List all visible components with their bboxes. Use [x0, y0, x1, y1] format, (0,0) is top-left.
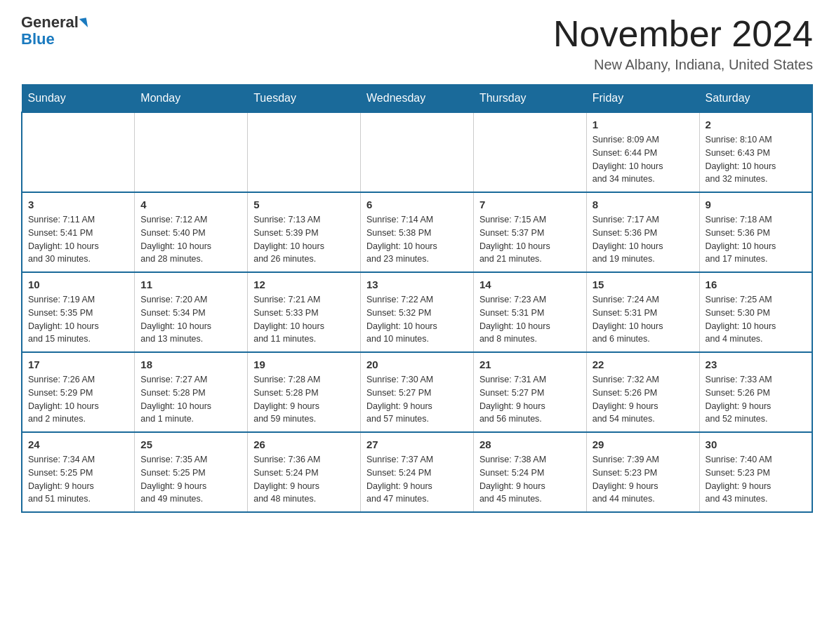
table-row: 13Sunrise: 7:22 AM Sunset: 5:32 PM Dayli… — [361, 272, 474, 352]
day-number: 1 — [593, 119, 694, 130]
day-info: Sunrise: 7:39 AM Sunset: 5:23 PM Dayligh… — [593, 453, 694, 506]
logo-text: General Blue — [21, 14, 87, 48]
day-info: Sunrise: 7:28 AM Sunset: 5:28 PM Dayligh… — [253, 373, 355, 426]
table-row — [22, 112, 135, 192]
table-row — [135, 112, 248, 192]
table-row: 17Sunrise: 7:26 AM Sunset: 5:29 PM Dayli… — [22, 352, 135, 432]
table-row: 25Sunrise: 7:35 AM Sunset: 5:25 PM Dayli… — [135, 432, 248, 512]
table-row: 8Sunrise: 7:17 AM Sunset: 5:36 PM Daylig… — [586, 192, 699, 272]
table-row: 24Sunrise: 7:34 AM Sunset: 5:25 PM Dayli… — [22, 432, 135, 512]
day-info: Sunrise: 7:38 AM Sunset: 5:24 PM Dayligh… — [479, 453, 581, 506]
day-number: 13 — [366, 279, 468, 290]
day-number: 8 — [593, 199, 694, 210]
day-number: 22 — [593, 358, 694, 370]
day-info: Sunrise: 7:22 AM Sunset: 5:32 PM Dayligh… — [366, 293, 468, 346]
day-number: 14 — [479, 279, 581, 290]
day-number: 2 — [706, 119, 806, 130]
table-row — [248, 112, 361, 192]
table-row: 4Sunrise: 7:12 AM Sunset: 5:40 PM Daylig… — [135, 192, 248, 272]
day-info: Sunrise: 7:36 AM Sunset: 5:24 PM Dayligh… — [253, 453, 355, 506]
table-row: 11Sunrise: 7:20 AM Sunset: 5:34 PM Dayli… — [135, 272, 248, 352]
table-row: 15Sunrise: 7:24 AM Sunset: 5:31 PM Dayli… — [586, 272, 699, 352]
table-row: 14Sunrise: 7:23 AM Sunset: 5:31 PM Dayli… — [473, 272, 586, 352]
table-row: 22Sunrise: 7:32 AM Sunset: 5:26 PM Dayli… — [586, 352, 699, 432]
day-number: 18 — [140, 358, 241, 370]
day-info: Sunrise: 8:10 AM Sunset: 6:43 PM Dayligh… — [706, 133, 806, 186]
table-row: 29Sunrise: 7:39 AM Sunset: 5:23 PM Dayli… — [586, 432, 699, 512]
day-info: Sunrise: 7:18 AM Sunset: 5:36 PM Dayligh… — [706, 213, 806, 266]
table-row — [361, 112, 474, 192]
header-monday: Monday — [135, 85, 248, 113]
table-row: 16Sunrise: 7:25 AM Sunset: 5:30 PM Dayli… — [699, 272, 812, 352]
day-number: 21 — [479, 358, 581, 370]
day-number: 26 — [253, 438, 355, 450]
table-row: 7Sunrise: 7:15 AM Sunset: 5:37 PM Daylig… — [473, 192, 586, 272]
day-info: Sunrise: 7:11 AM Sunset: 5:41 PM Dayligh… — [28, 213, 128, 266]
location-subtitle: New Albany, Indiana, United States — [553, 57, 813, 73]
table-row: 18Sunrise: 7:27 AM Sunset: 5:28 PM Dayli… — [135, 352, 248, 432]
calendar-week-row: 3Sunrise: 7:11 AM Sunset: 5:41 PM Daylig… — [22, 192, 812, 272]
day-number: 10 — [28, 279, 128, 290]
day-number: 5 — [253, 199, 355, 210]
day-info: Sunrise: 7:27 AM Sunset: 5:28 PM Dayligh… — [140, 373, 241, 426]
day-number: 11 — [140, 279, 241, 290]
day-number: 20 — [366, 358, 468, 370]
day-number: 3 — [28, 199, 128, 210]
calendar-week-row: 24Sunrise: 7:34 AM Sunset: 5:25 PM Dayli… — [22, 432, 812, 512]
day-number: 25 — [140, 438, 241, 450]
day-info: Sunrise: 7:13 AM Sunset: 5:39 PM Dayligh… — [253, 213, 355, 266]
table-row: 9Sunrise: 7:18 AM Sunset: 5:36 PM Daylig… — [699, 192, 812, 272]
header-thursday: Thursday — [473, 85, 586, 113]
table-row: 2Sunrise: 8:10 AM Sunset: 6:43 PM Daylig… — [699, 112, 812, 192]
table-row: 26Sunrise: 7:36 AM Sunset: 5:24 PM Dayli… — [248, 432, 361, 512]
day-info: Sunrise: 7:31 AM Sunset: 5:27 PM Dayligh… — [479, 373, 581, 426]
day-info: Sunrise: 7:32 AM Sunset: 5:26 PM Dayligh… — [593, 373, 694, 426]
day-number: 23 — [706, 358, 806, 370]
table-row: 21Sunrise: 7:31 AM Sunset: 5:27 PM Dayli… — [473, 352, 586, 432]
day-number: 9 — [706, 199, 806, 210]
day-number: 27 — [366, 438, 468, 450]
calendar-table: Sunday Monday Tuesday Wednesday Thursday… — [21, 84, 813, 513]
page-header: General Blue November 2024 New Albany, I… — [21, 14, 813, 73]
month-title: November 2024 — [553, 14, 813, 54]
day-number: 6 — [366, 199, 468, 210]
table-row: 20Sunrise: 7:30 AM Sunset: 5:27 PM Dayli… — [361, 352, 474, 432]
day-info: Sunrise: 7:33 AM Sunset: 5:26 PM Dayligh… — [706, 373, 806, 426]
day-info: Sunrise: 7:26 AM Sunset: 5:29 PM Dayligh… — [28, 373, 128, 426]
logo-general: General — [21, 13, 79, 31]
day-info: Sunrise: 7:20 AM Sunset: 5:34 PM Dayligh… — [140, 293, 241, 346]
table-row: 12Sunrise: 7:21 AM Sunset: 5:33 PM Dayli… — [248, 272, 361, 352]
table-row: 23Sunrise: 7:33 AM Sunset: 5:26 PM Dayli… — [699, 352, 812, 432]
day-info: Sunrise: 7:37 AM Sunset: 5:24 PM Dayligh… — [366, 453, 468, 506]
logo-blue: Blue — [21, 30, 55, 48]
day-number: 28 — [479, 438, 581, 450]
day-info: Sunrise: 7:34 AM Sunset: 5:25 PM Dayligh… — [28, 453, 128, 506]
day-number: 16 — [706, 279, 806, 290]
day-number: 24 — [28, 438, 128, 450]
day-info: Sunrise: 7:35 AM Sunset: 5:25 PM Dayligh… — [140, 453, 241, 506]
day-number: 29 — [593, 438, 694, 450]
table-row: 3Sunrise: 7:11 AM Sunset: 5:41 PM Daylig… — [22, 192, 135, 272]
day-number: 19 — [253, 358, 355, 370]
header-tuesday: Tuesday — [248, 85, 361, 113]
table-row: 30Sunrise: 7:40 AM Sunset: 5:23 PM Dayli… — [699, 432, 812, 512]
header-wednesday: Wednesday — [361, 85, 474, 113]
day-number: 15 — [593, 279, 694, 290]
day-info: Sunrise: 7:15 AM Sunset: 5:37 PM Dayligh… — [479, 213, 581, 266]
day-number: 7 — [479, 199, 581, 210]
day-info: Sunrise: 7:40 AM Sunset: 5:23 PM Dayligh… — [706, 453, 806, 506]
day-info: Sunrise: 7:19 AM Sunset: 5:35 PM Dayligh… — [28, 293, 128, 346]
table-row: 19Sunrise: 7:28 AM Sunset: 5:28 PM Dayli… — [248, 352, 361, 432]
table-row: 28Sunrise: 7:38 AM Sunset: 5:24 PM Dayli… — [473, 432, 586, 512]
table-row — [473, 112, 586, 192]
day-info: Sunrise: 7:24 AM Sunset: 5:31 PM Dayligh… — [593, 293, 694, 346]
title-area: November 2024 New Albany, Indiana, Unite… — [553, 14, 813, 73]
day-number: 17 — [28, 358, 128, 370]
calendar-week-row: 1Sunrise: 8:09 AM Sunset: 6:44 PM Daylig… — [22, 112, 812, 192]
header-saturday: Saturday — [699, 85, 812, 113]
table-row: 10Sunrise: 7:19 AM Sunset: 5:35 PM Dayli… — [22, 272, 135, 352]
day-info: Sunrise: 7:14 AM Sunset: 5:38 PM Dayligh… — [366, 213, 468, 266]
header-sunday: Sunday — [22, 85, 135, 113]
table-row: 1Sunrise: 8:09 AM Sunset: 6:44 PM Daylig… — [586, 112, 699, 192]
day-info: Sunrise: 8:09 AM Sunset: 6:44 PM Dayligh… — [593, 133, 694, 186]
